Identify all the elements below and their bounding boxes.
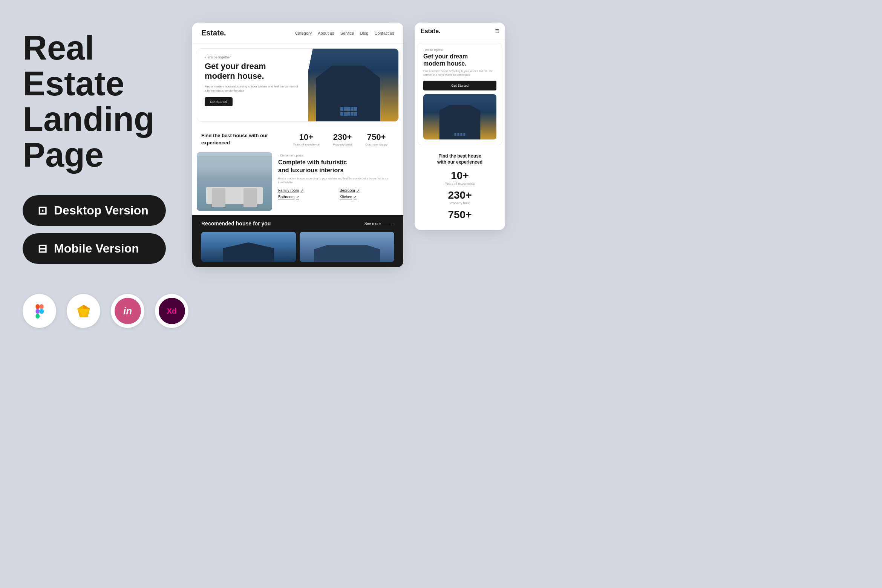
hero-building-image (298, 49, 398, 121)
desktop-interior: - Convenient place Complete with futuris… (192, 152, 403, 215)
page-title: Real Estate Landing Page (23, 30, 188, 173)
desktop-nav: Estate. Category About us Service Blog C… (192, 23, 403, 44)
svg-rect-3 (35, 314, 40, 318)
svg-rect-2 (35, 309, 40, 314)
room-kitchen[interactable]: Kitchen ↗ (340, 195, 399, 199)
house-card-2[interactable] (300, 232, 394, 262)
kitchen-arrow: ↗ (354, 195, 357, 199)
mobile-stat-customers: 750+ (421, 209, 499, 221)
mobile-cta-button[interactable]: Get Started (423, 81, 496, 90)
bedroom-arrow: ↗ (357, 188, 360, 193)
hero-tagline: - let's be together (205, 55, 300, 59)
desktop-footer-header: Recomended house for you See more ——→ (192, 215, 403, 232)
see-more-button[interactable]: See more ——→ (364, 222, 394, 226)
mobile-nav: Estate. ≡ (415, 23, 505, 40)
footer-title: Recomended house for you (201, 220, 271, 227)
interior-title: Complete with futuristic and luxurious i… (278, 159, 399, 175)
mobile-version-button[interactable]: ⊟ Mobile Version (23, 233, 166, 264)
hero-description: Find a modern house according to your wi… (205, 84, 300, 93)
mobile-stats-title: Find the best house with our experienced (421, 153, 499, 165)
mobile-stat-properties-number: 230+ (421, 189, 499, 201)
mobile-stat-properties-label: Property build (421, 201, 499, 205)
stat-customers: 750+ Customer happy (358, 132, 394, 146)
mobile-stat-years: 10+ Years of experience (421, 170, 499, 185)
nav-blog[interactable]: Blog (360, 31, 368, 35)
mobile-stats: Find the best house with our experienced… (415, 148, 505, 230)
desktop-preview: Estate. Category About us Service Blog C… (192, 23, 403, 267)
mobile-stat-properties: 230+ Property build (421, 189, 499, 205)
interior-tagline: - Convenient place (278, 154, 399, 157)
desktop-stats: Find the best house with our experienced… (192, 126, 403, 152)
hero-content: - let's be together Get your dream moder… (197, 49, 308, 121)
sketch-icon (67, 294, 100, 328)
room-bathroom[interactable]: Bathroom ↗ (278, 195, 337, 199)
tool-icons: in Xd (23, 294, 188, 328)
interior-image (197, 152, 272, 211)
stat-years: 10+ Years of experience (286, 132, 326, 146)
invision-icon: in (111, 294, 144, 328)
desktop-nav-links: Category About us Service Blog Contact u… (295, 31, 394, 35)
version-buttons: ⊡ Desktop Version ⊟ Mobile Version (23, 195, 188, 264)
svg-rect-0 (35, 304, 40, 309)
mobile-preview: Estate. ≡ - let's be together Get your d… (415, 23, 505, 230)
hamburger-icon[interactable]: ≡ (495, 27, 499, 35)
nav-service[interactable]: Service (340, 31, 354, 35)
stat-properties-label: Property build (333, 143, 352, 146)
room-bedroom[interactable]: Bedroom ↗ (340, 188, 399, 193)
interior-content: - Convenient place Complete with futuris… (278, 152, 399, 199)
svg-point-4 (39, 309, 44, 314)
desktop-version-button[interactable]: ⊡ Desktop Version (23, 195, 166, 226)
mobile-tagline: - let's be together (423, 49, 496, 51)
left-section: Real Estate Landing Page ⊡ Desktop Versi… (23, 30, 188, 328)
stats-description: Find the best house with our experienced (201, 132, 286, 146)
svg-rect-1 (40, 304, 44, 309)
mobile-stat-years-label: Years of experience (421, 182, 499, 185)
hero-cta-button[interactable]: Get Started (205, 97, 233, 106)
recommended-houses (192, 232, 403, 267)
stat-years-number: 10+ (293, 132, 319, 142)
family-room-arrow: ↗ (300, 188, 303, 193)
xd-icon: Xd (155, 294, 188, 328)
desktop-hero: - let's be together Get your dream moder… (197, 48, 399, 122)
mobile-building-image (423, 94, 496, 139)
stat-years-label: Years of experience (293, 143, 319, 146)
interior-description: Find a modern house according to your wi… (278, 177, 399, 185)
room-family[interactable]: Family room ↗ (278, 188, 337, 193)
stat-customers-label: Customer happy (365, 143, 387, 146)
house-card-1[interactable] (201, 232, 296, 262)
mobile-stat-years-number: 10+ (421, 170, 499, 182)
mobile-hero-title: Get your dream modern house. (423, 53, 496, 67)
mobile-hero: - let's be together Get your dream moder… (418, 43, 502, 145)
mobile-icon: ⊟ (38, 242, 47, 255)
see-more-arrow: ——→ (383, 222, 394, 226)
bathroom-arrow: ↗ (296, 195, 299, 199)
hero-title: Get your dream modern house. (205, 61, 300, 81)
stat-properties: 230+ Property build (326, 132, 359, 146)
mobile-hero-description: Find a modern house according to your wi… (423, 69, 496, 77)
mobile-stat-customers-number: 750+ (421, 209, 499, 221)
stat-customers-number: 750+ (365, 132, 387, 142)
nav-about[interactable]: About us (318, 31, 334, 35)
building-visual (298, 49, 398, 121)
stat-properties-number: 230+ (333, 132, 352, 142)
figma-icon (23, 294, 56, 328)
nav-category[interactable]: Category (295, 31, 312, 35)
nav-contact[interactable]: Contact us (374, 31, 394, 35)
desktop-icon: ⊡ (38, 204, 47, 217)
room-links: Family room ↗ Bedroom ↗ Bathroom ↗ Kitch… (278, 188, 399, 199)
mobile-logo: Estate. (421, 28, 440, 35)
desktop-logo: Estate. (201, 29, 226, 37)
